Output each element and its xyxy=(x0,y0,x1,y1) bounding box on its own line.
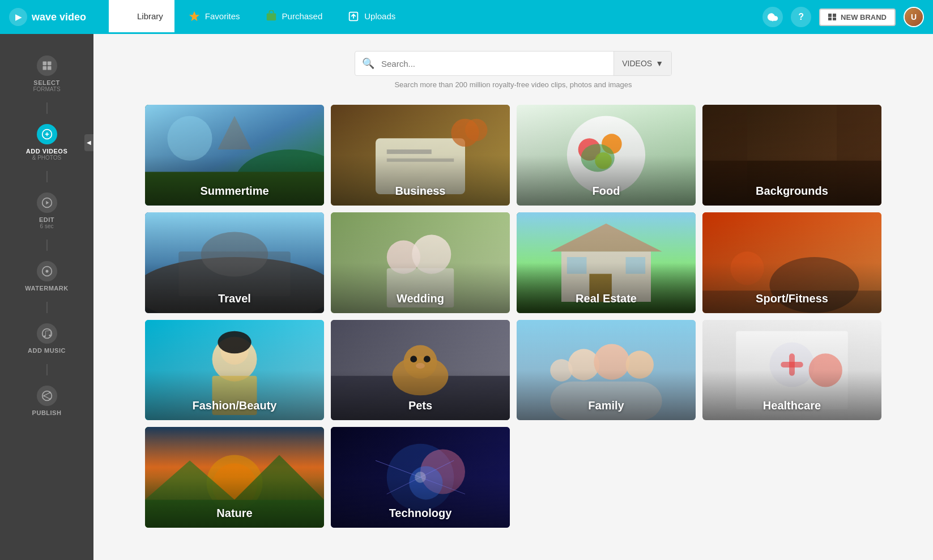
category-card-family[interactable]: Family xyxy=(517,320,696,421)
category-card-nature[interactable]: Nature xyxy=(145,427,324,528)
svg-rect-3 xyxy=(127,17,131,20)
sidebar: SELECT FORMATS ADD VIDEOS & PHOTOS ◀ EDI… xyxy=(0,34,93,560)
brand-icon xyxy=(828,14,837,20)
category-card-summertime[interactable]: Summertime xyxy=(145,105,324,206)
category-card-pets[interactable]: Pets xyxy=(331,320,510,421)
connector-1 xyxy=(46,102,48,114)
svg-point-29 xyxy=(43,395,45,396)
connector-5 xyxy=(46,364,48,375)
category-card-backgrounds[interactable]: Backgrounds xyxy=(702,105,881,206)
svg-rect-15 xyxy=(42,66,46,70)
category-label-technology: Technology xyxy=(331,507,510,520)
category-label-sportfitness: Sport/Fitness xyxy=(702,292,881,305)
svg-point-23 xyxy=(45,270,48,273)
add-videos-icon xyxy=(37,124,57,144)
search-bar: 🔍 VIDEOS ▼ xyxy=(355,51,672,76)
category-label-food: Food xyxy=(517,185,696,198)
sidebar-item-add-videos[interactable]: ADD VIDEOS & PHOTOS ◀ xyxy=(0,114,93,171)
new-brand-button[interactable]: NEW BRAND xyxy=(819,8,896,26)
chevron-down-icon: ▼ xyxy=(655,59,663,68)
svg-line-32 xyxy=(45,396,49,399)
sidebar-item-select-formats[interactable]: SELECT FORMATS xyxy=(0,45,93,102)
logo-icon: ▶ xyxy=(9,8,27,26)
category-card-food[interactable]: Food xyxy=(517,105,696,206)
main-content: 🔍 VIDEOS ▼ Search more than 200 million … xyxy=(93,34,933,560)
uploads-icon xyxy=(347,10,360,23)
help-button[interactable]: ? xyxy=(791,7,811,27)
svg-rect-10 xyxy=(833,14,836,17)
avatar[interactable]: U xyxy=(904,7,924,27)
categories-grid: Summertime Business Food Backgrounds Tra… xyxy=(145,105,881,528)
header: ▶ wave video Library Favorites Purchased… xyxy=(0,0,933,34)
svg-rect-14 xyxy=(47,62,51,66)
category-card-technology[interactable]: Technology xyxy=(331,427,510,528)
connector-3 xyxy=(46,240,48,251)
search-type-button[interactable]: VIDEOS ▼ xyxy=(614,52,671,75)
category-label-healthcare: Healthcare xyxy=(702,399,881,412)
search-icon: 🔍 xyxy=(355,57,381,70)
upload-cloud-button[interactable] xyxy=(762,7,783,27)
category-label-travel: Travel xyxy=(145,292,324,305)
category-label-family: Family xyxy=(517,399,696,412)
svg-rect-12 xyxy=(833,18,836,20)
svg-point-26 xyxy=(49,335,50,336)
category-card-business[interactable]: Business xyxy=(331,105,510,206)
select-formats-icon xyxy=(37,55,57,76)
svg-rect-5 xyxy=(266,13,276,20)
tab-uploads[interactable]: Uploads xyxy=(336,0,407,34)
category-label-nature: Nature xyxy=(145,507,324,520)
svg-marker-21 xyxy=(46,201,49,205)
category-card-fashion[interactable]: Fashion/Beauty xyxy=(145,320,324,421)
search-area: 🔍 VIDEOS ▼ Search more than 200 million … xyxy=(110,51,916,89)
collapse-arrow[interactable]: ◀ xyxy=(84,134,93,151)
svg-rect-1 xyxy=(127,11,131,15)
svg-point-30 xyxy=(49,398,50,400)
edit-icon xyxy=(37,193,57,213)
star-icon xyxy=(188,10,201,23)
search-input[interactable] xyxy=(381,59,614,69)
library-icon xyxy=(120,10,133,23)
category-card-travel[interactable]: Travel xyxy=(145,212,324,313)
nav-tabs: Library Favorites Purchased Uploads xyxy=(109,0,762,34)
category-card-healthcare[interactable]: Healthcare xyxy=(702,320,881,421)
tab-purchased[interactable]: Purchased xyxy=(254,0,334,34)
category-card-wedding[interactable]: Wedding xyxy=(331,212,510,313)
svg-rect-13 xyxy=(42,62,46,66)
svg-rect-11 xyxy=(828,18,832,20)
connector-2 xyxy=(46,171,48,182)
main-layout: SELECT FORMATS ADD VIDEOS & PHOTOS ◀ EDI… xyxy=(0,34,933,560)
tab-library[interactable]: Library xyxy=(109,0,174,34)
sidebar-item-publish[interactable]: PUBLISH xyxy=(0,375,93,426)
category-label-realestate: Real Estate xyxy=(517,292,696,305)
purchased-icon xyxy=(265,10,278,23)
svg-line-31 xyxy=(45,393,49,395)
cloud-icon xyxy=(767,11,778,23)
watermark-icon xyxy=(37,261,57,281)
category-label-wedding: Wedding xyxy=(331,292,510,305)
header-right: ? NEW BRAND U xyxy=(762,7,924,27)
svg-rect-16 xyxy=(47,66,51,70)
help-icon: ? xyxy=(798,12,804,22)
logo-text: wave video xyxy=(32,11,86,23)
add-music-icon xyxy=(37,323,57,344)
category-card-realestate[interactable]: Real Estate xyxy=(517,212,696,313)
svg-rect-2 xyxy=(122,17,125,20)
tab-favorites[interactable]: Favorites xyxy=(177,0,252,34)
category-label-pets: Pets xyxy=(331,399,510,412)
sidebar-item-watermark[interactable]: WATERMARK xyxy=(0,251,93,302)
publish-icon xyxy=(37,386,57,406)
search-hint: Search more than 200 million royalty-fre… xyxy=(394,80,632,89)
svg-point-28 xyxy=(49,392,50,394)
logo[interactable]: ▶ wave video xyxy=(9,8,100,26)
sidebar-item-add-music[interactable]: ADD MUSIC xyxy=(0,313,93,364)
category-label-fashion: Fashion/Beauty xyxy=(145,399,324,412)
category-label-summertime: Summertime xyxy=(145,185,324,198)
svg-point-25 xyxy=(44,335,45,337)
connector-4 xyxy=(46,302,48,313)
category-label-backgrounds: Backgrounds xyxy=(702,185,881,198)
sidebar-item-edit[interactable]: EDIT 6 sec xyxy=(0,182,93,240)
category-label-business: Business xyxy=(331,185,510,198)
category-card-sportfitness[interactable]: Sport/Fitness xyxy=(702,212,881,313)
svg-rect-9 xyxy=(828,14,832,17)
svg-marker-4 xyxy=(189,11,199,20)
